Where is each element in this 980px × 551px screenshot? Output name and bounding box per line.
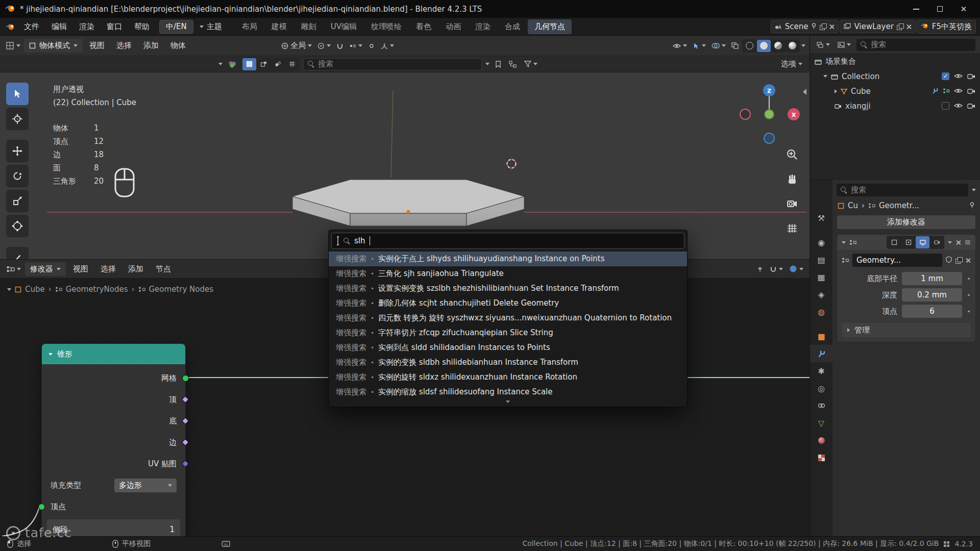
drag-handle-icon[interactable] — [965, 240, 971, 245]
tab-object-data[interactable]: ▽ — [810, 414, 832, 432]
tool-transform[interactable] — [6, 215, 29, 237]
expand-icon[interactable] — [835, 89, 837, 93]
tab-animation[interactable]: 动画 — [439, 19, 468, 34]
viewport-menu-view[interactable]: 视图 — [84, 39, 110, 52]
zoom-icon[interactable] — [786, 148, 798, 163]
menu-edit[interactable]: 编辑 — [46, 20, 72, 34]
outliner-display-mode-dropdown[interactable] — [815, 39, 832, 51]
theme-dropdown[interactable]: 主题 — [194, 20, 227, 34]
proportional-falloff-dropdown[interactable] — [379, 40, 396, 52]
tool-search-input[interactable]: 搜索 — [303, 58, 482, 70]
node-overlays-toggle[interactable] — [787, 263, 805, 275]
decorator-dot-icon[interactable]: • — [967, 308, 971, 315]
tab-compositing[interactable]: 合成 — [498, 19, 527, 34]
pin-icon[interactable] — [811, 22, 817, 31]
tab-particles[interactable]: ✱ — [810, 362, 832, 380]
tab-tool[interactable]: ⚒ — [810, 209, 832, 227]
cone-node-header[interactable]: 锥形 — [42, 344, 185, 364]
collection-checkbox[interactable]: ✓ — [942, 72, 949, 80]
disable-render-camera-icon[interactable] — [967, 87, 975, 96]
vertices-socket[interactable] — [38, 504, 45, 510]
breadcrumb-object[interactable]: Cube — [25, 285, 45, 294]
search-result-item[interactable]: 增强搜索•四元数 转换为 旋转 syszhwxz siyuans...nweix… — [329, 311, 687, 325]
tab-rendering[interactable]: 渲染 — [469, 19, 497, 34]
tab-sculpting[interactable]: 雕刻 — [295, 19, 323, 34]
outliner-scenes-dropdown[interactable] — [836, 39, 853, 51]
search-result-item[interactable]: 增强搜索•实例的缩放 sldsf shilidesuofang Instance… — [329, 385, 687, 399]
toggle-d-icon[interactable] — [285, 58, 299, 70]
disable-render-camera-icon[interactable] — [967, 72, 975, 81]
node-output-bottom[interactable]: 底 — [42, 410, 185, 432]
sidebar-collapse-icon[interactable] — [803, 89, 806, 95]
proportional-editing-icon[interactable] — [366, 40, 377, 52]
chevron-down-icon[interactable] — [7, 288, 11, 291]
search-result-item[interactable]: 增强搜索•实例化于点上 slhyds shilihuayudianshang I… — [329, 252, 687, 266]
tool-scale[interactable] — [6, 190, 29, 212]
pivot-point-dropdown[interactable] — [315, 40, 333, 52]
outliner-item-cube[interactable]: Cube — [810, 84, 980, 98]
menu-help[interactable]: 帮助 — [129, 20, 155, 34]
tab-layout[interactable]: 布局 — [235, 19, 264, 34]
fill-type-dropdown[interactable]: 多边形 — [114, 479, 177, 492]
toggle-b-icon[interactable] — [257, 58, 271, 70]
xray-toggle-icon[interactable] — [729, 40, 741, 52]
node-output-mesh[interactable]: 网格 — [42, 367, 185, 389]
node-group-name-field[interactable]: Geometry... — [852, 254, 942, 267]
unlink-node-group-icon[interactable] — [965, 258, 971, 263]
maximize-button[interactable] — [928, 0, 951, 18]
pan-hand-icon[interactable] — [786, 173, 798, 187]
snap-settings-dropdown[interactable] — [347, 40, 364, 52]
add-modifier-button[interactable]: 添加修改器 — [837, 215, 976, 230]
mode-selector[interactable]: 物体模式 — [24, 39, 83, 53]
node-menu-view[interactable]: 视图 — [68, 263, 93, 276]
toggle-a-icon[interactable] — [242, 58, 256, 70]
outliner-search-input[interactable]: 搜索 — [856, 39, 975, 51]
show-gizmo-dropdown[interactable] — [671, 40, 689, 52]
hide-eye-icon[interactable] — [954, 87, 963, 96]
remove-modifier-icon[interactable] — [955, 240, 961, 245]
toggle-c-icon[interactable] — [271, 58, 285, 70]
unlink-scene-icon[interactable] — [829, 24, 835, 30]
breadcrumb-object[interactable]: Cu — [848, 201, 858, 210]
tab-physics[interactable]: ◎ — [810, 380, 832, 397]
bookmark-icon[interactable] — [493, 58, 503, 70]
chevron-down-icon[interactable] — [485, 63, 489, 65]
node-menu-add[interactable]: 添加 — [123, 263, 149, 276]
render-toggle-icon[interactable] — [930, 236, 944, 248]
tab-modifiers[interactable] — [810, 345, 832, 362]
search-result-item[interactable]: 增强搜索•实例的旋转 sldxz shilidexuanzhuan Instan… — [329, 370, 687, 385]
search-result-item[interactable]: 增强搜索•删除几何体 scjht shanchujiheti Delete Ge… — [329, 296, 687, 311]
transform-orientation-dropdown[interactable]: 全局 — [279, 40, 314, 52]
cone-node[interactable]: 锥形 网格 顶 底 边 UV 贴图 填充类型 多边形 — [41, 343, 186, 536]
edit-mode-toggle-icon[interactable] — [901, 236, 915, 248]
new-scene-icon[interactable] — [820, 23, 826, 30]
shading-solid-button[interactable] — [757, 40, 771, 52]
scene-selector[interactable]: Scene — [771, 20, 839, 33]
node-context-dropdown[interactable]: 修改器 — [25, 262, 66, 276]
filter-funnel-dropdown[interactable] — [522, 58, 540, 70]
tab-material[interactable] — [810, 432, 832, 449]
tool-rotate[interactable] — [6, 165, 29, 187]
disable-render-camera-icon[interactable] — [967, 102, 975, 111]
shading-wireframe-button[interactable] — [743, 40, 756, 52]
tool-annotate[interactable] — [6, 247, 29, 259]
outliner-item-collection[interactable]: Collection ✓ — [810, 69, 980, 84]
tab-geometry-nodes[interactable]: 几何节点 — [528, 19, 572, 34]
tab-texture[interactable] — [810, 449, 832, 466]
node-menu-select[interactable]: 选择 — [95, 263, 121, 276]
collapse-node-icon[interactable] — [48, 353, 53, 356]
node-menu-node[interactable]: 节点 — [151, 263, 176, 276]
tab-scene[interactable]: ◈ — [810, 286, 832, 303]
pin-icon[interactable] — [969, 201, 975, 210]
viewport-menu-select[interactable]: 选择 — [111, 39, 137, 52]
shading-material-button[interactable] — [771, 40, 785, 52]
hide-eye-icon[interactable] — [954, 102, 963, 111]
tool-move[interactable] — [6, 140, 29, 162]
vertices-input-row[interactable]: 顶点 — [42, 496, 185, 517]
menu-window[interactable]: 窗口 — [101, 20, 128, 34]
outliner-item-camera[interactable]: xiangji ✓ — [810, 98, 980, 113]
language-switch-hint-button[interactable]: F5中英切换 — [917, 20, 976, 34]
app-menu-blender-icon[interactable] — [4, 20, 17, 33]
node-editor-type-button[interactable] — [4, 263, 23, 275]
overlays-dropdown[interactable] — [709, 40, 728, 52]
